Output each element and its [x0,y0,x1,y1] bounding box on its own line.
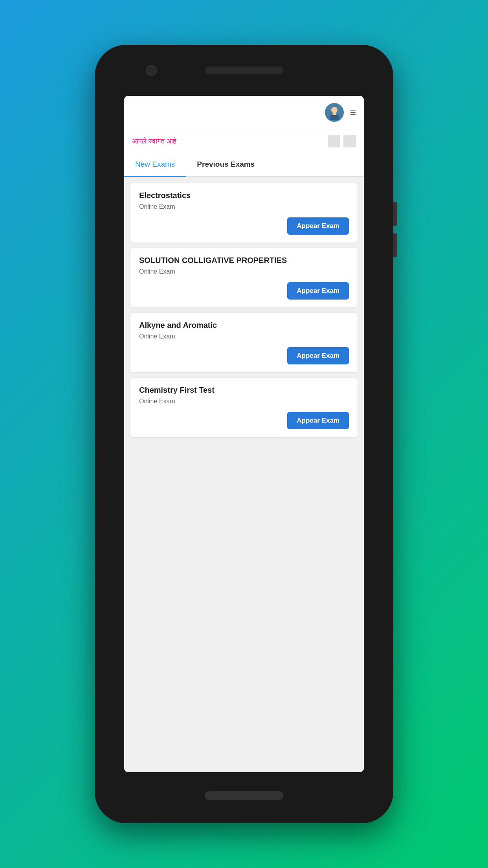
tab-new-exams[interactable]: New Exams [124,153,186,177]
front-camera [146,65,157,76]
speaker [205,66,283,74]
exam-card-2: SOLUTION COLLIGATIVE PROPERTIES Online E… [130,248,358,307]
exam-list: Electrostatics Online Exam Appear Exam S… [124,177,364,772]
exam-title-4: Chemistry First Test [139,386,349,395]
exam-card-1: Electrostatics Online Exam Appear Exam [130,183,358,243]
welcome-bar: आपले स्वागत आहे [124,129,364,153]
side-buttons [393,202,397,257]
exam-title-1: Electrostatics [139,191,349,200]
phone-frame: ≡ आपले स्वागत आहे New Exams Previous Exa… [95,45,393,823]
appear-exam-button-4[interactable]: Appear Exam [287,412,349,429]
notification-icon[interactable] [328,135,340,147]
volume-button-2 [393,234,397,257]
tab-previous-exams[interactable]: Previous Exams [186,153,266,176]
exam-title-2: SOLUTION COLLIGATIVE PROPERTIES [139,256,349,265]
svg-point-1 [331,107,338,113]
header-icon-group [328,135,356,147]
home-button[interactable] [205,791,283,800]
appear-exam-button-1[interactable]: Appear Exam [287,217,349,235]
phone-top-bar [95,45,393,96]
app-header: ≡ [124,96,364,129]
avatar[interactable] [325,103,344,122]
settings-icon[interactable] [343,135,356,147]
exam-subtitle-1: Online Exam [139,203,349,210]
phone-bottom-bar [95,772,393,819]
welcome-text: आपले स्वागत आहे [132,137,176,145]
exam-subtitle-3: Online Exam [139,333,349,340]
exam-subtitle-2: Online Exam [139,268,349,275]
volume-button [393,202,397,226]
tab-bar: New Exams Previous Exams [124,153,364,177]
appear-exam-button-3[interactable]: Appear Exam [287,347,349,364]
appear-exam-button-2[interactable]: Appear Exam [287,282,349,300]
svg-rect-4 [332,115,336,116]
exam-card-3: Alkyne and Aromatic Online Exam Appear E… [130,313,358,372]
exam-card-4: Chemistry First Test Online Exam Appear … [130,378,358,437]
screen: ≡ आपले स्वागत आहे New Exams Previous Exa… [124,96,364,772]
exam-title-3: Alkyne and Aromatic [139,321,349,330]
hamburger-menu-icon[interactable]: ≡ [350,107,356,118]
exam-subtitle-4: Online Exam [139,398,349,405]
